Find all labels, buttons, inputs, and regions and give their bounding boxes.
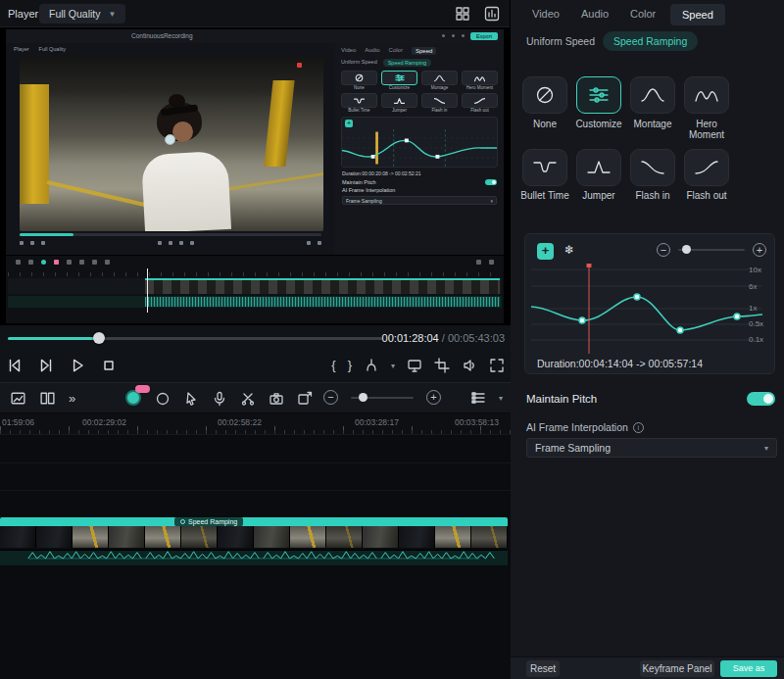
frame-sampling-select[interactable]: Frame Sampling ▾: [526, 438, 777, 458]
seek-handle[interactable]: [93, 332, 105, 344]
subtab-uniform-speed[interactable]: Uniform Speed: [526, 35, 595, 47]
track-manager-icon[interactable]: [470, 390, 486, 406]
display-device-button[interactable]: [407, 358, 422, 373]
speed-axis-label: 6x: [749, 282, 757, 291]
video-preview[interactable]: ContinuousRecording Export Player Full Q…: [0, 27, 511, 325]
recorded-video-track: [8, 278, 502, 294]
subtab-speed-ramping[interactable]: Speed Ramping: [603, 31, 698, 51]
keyframe-panel-button[interactable]: Keyframe Panel: [640, 660, 714, 677]
quality-value: Full Quality: [49, 8, 101, 20]
screen-record-button[interactable]: [125, 390, 142, 407]
speed-axis-label: 1x: [749, 304, 757, 313]
timeline-ruler[interactable]: 01:59:06 00:02:29:02 00:02:58:22 00:03:2…: [0, 413, 511, 435]
preset-montage[interactable]: [630, 76, 675, 114]
recorded-ruler: [8, 268, 502, 276]
film-frame: [290, 526, 326, 548]
fullscreen-button[interactable]: [489, 358, 505, 373]
preset-jumper[interactable]: [576, 149, 621, 186]
curve-zoom-out-button[interactable]: −: [657, 243, 670, 257]
recorded-titlebar: ContinuousRecording Export: [6, 29, 504, 43]
film-frame: [363, 526, 399, 548]
more-tools-icon[interactable]: »: [69, 391, 75, 406]
curve-zoom-in-button[interactable]: +: [753, 243, 766, 257]
preset-label: Jumper: [572, 190, 625, 201]
previous-frame-button[interactable]: [6, 357, 24, 374]
chevron-down-icon[interactable]: ▾: [391, 362, 395, 370]
curve-playhead-handle[interactable]: [587, 264, 592, 267]
layout-grid-icon[interactable]: [455, 6, 470, 22]
preset-customize[interactable]: [576, 76, 621, 114]
timeline-zoom-slider[interactable]: [351, 397, 414, 399]
export-frame-icon[interactable]: [297, 391, 313, 407]
ruler-timestamp: 00:02:29:02: [82, 417, 126, 427]
preset-flash-out[interactable]: [684, 149, 729, 186]
zoom-in-button[interactable]: +: [426, 390, 441, 405]
panel-footer: Reset Keyframe Panel Save as custom: [511, 656, 784, 679]
recorded-preset-bullet: [341, 93, 377, 108]
volume-button[interactable]: [462, 358, 477, 373]
voiceover-mic-icon[interactable]: [212, 391, 227, 407]
stop-button[interactable]: [100, 357, 118, 374]
quality-dropdown[interactable]: Full Quality ▼: [39, 4, 125, 24]
preset-none[interactable]: [522, 76, 567, 114]
ai-frame-label: AI Frame Interpolation: [526, 421, 628, 433]
recorded-audio-track: [8, 296, 502, 308]
recorded-ui-frame: ContinuousRecording Export Player Full Q…: [6, 29, 504, 323]
tab-audio[interactable]: Audio: [581, 8, 609, 20]
speed-curve-line[interactable]: [531, 297, 762, 330]
preset-hero-moment[interactable]: [684, 76, 729, 114]
speed-ramping-clip-bar[interactable]: Speed Ramping: [0, 517, 508, 526]
transition-icon[interactable]: [39, 390, 56, 407]
frame-sampling-value: Frame Sampling: [535, 442, 611, 454]
preset-bullet-time[interactable]: [522, 149, 567, 186]
notification-badge: [135, 385, 150, 393]
play-button[interactable]: [69, 357, 86, 374]
zoom-out-button[interactable]: −: [323, 390, 338, 405]
timecode-display: 00:01:28:04 / 00:05:43:03: [382, 332, 505, 344]
video-clip-filmstrip[interactable]: [0, 526, 508, 548]
save-as-custom-button[interactable]: Save as custom: [720, 660, 777, 677]
curve-zoom-slider[interactable]: [678, 249, 745, 251]
chevron-down-icon[interactable]: ▾: [499, 394, 503, 403]
seek-bar[interactable]: [8, 337, 382, 340]
chevron-down-icon: ▾: [764, 444, 768, 453]
tab-video[interactable]: Video: [532, 8, 560, 20]
recorded-step-back-icon: [20, 241, 24, 245]
split-tool-icon[interactable]: [240, 391, 256, 407]
film-frame: [435, 526, 471, 548]
audio-meter-icon[interactable]: [484, 6, 500, 22]
speed-curve-graph[interactable]: [531, 264, 762, 354]
lane-divider: [0, 462, 511, 463]
preset-label: Flash out: [680, 190, 733, 201]
bubble-gum: [165, 134, 175, 145]
film-frame: [0, 526, 36, 548]
reset-button[interactable]: Reset: [526, 660, 560, 677]
preset-flash-in[interactable]: [630, 149, 675, 186]
recorded-play-icon: [30, 241, 34, 245]
recorded-zoom-in-icon: [489, 260, 494, 265]
curve-zoom-handle[interactable]: [682, 245, 691, 254]
mark-out-button[interactable]: }: [348, 357, 352, 374]
film-frame: [181, 526, 218, 548]
recorded-toolbar-icon: [92, 260, 97, 265]
zoom-slider-handle[interactable]: [359, 393, 368, 402]
snapshot-camera-icon[interactable]: [269, 391, 284, 407]
recorded-stop-icon: [41, 241, 45, 245]
recorded-preset-jumper: [381, 93, 417, 108]
media-icon[interactable]: [10, 390, 26, 407]
garage-video-scene: [20, 57, 323, 231]
next-frame-button[interactable]: [37, 357, 55, 374]
add-keyframe-button[interactable]: +: [537, 243, 554, 260]
speed-axis-label: 0.5x: [749, 319, 763, 328]
crop-button[interactable]: [434, 358, 450, 373]
tab-speed[interactable]: Speed: [670, 4, 725, 25]
render-preview-button[interactable]: [364, 358, 379, 373]
freeze-frame-icon[interactable]: ❄: [564, 243, 574, 257]
tab-color[interactable]: Color: [630, 8, 656, 20]
marker-ring-icon[interactable]: [155, 391, 171, 407]
maintain-pitch-toggle[interactable]: [747, 392, 775, 406]
mark-in-button[interactable]: {: [331, 357, 335, 374]
pointer-tool-icon[interactable]: [183, 391, 199, 407]
audio-clip-track[interactable]: [0, 550, 508, 565]
info-icon[interactable]: i: [633, 422, 644, 433]
